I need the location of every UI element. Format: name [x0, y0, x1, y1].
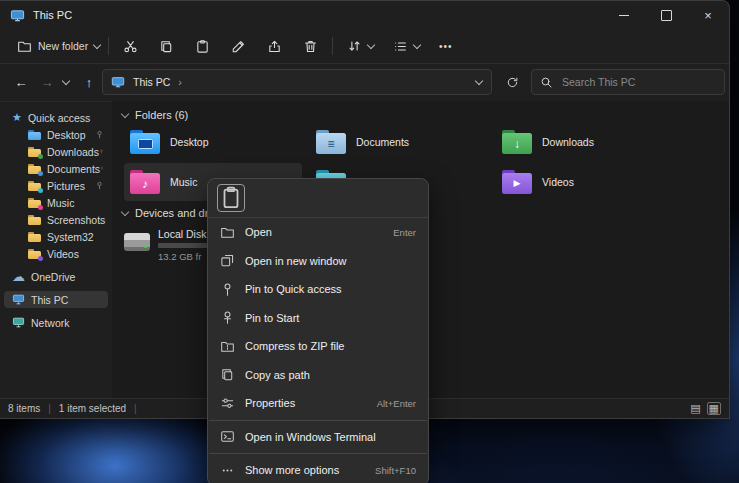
titlebar: This PC ×	[0, 1, 729, 29]
rename-button[interactable]	[224, 31, 253, 61]
cut-button[interactable]	[116, 31, 145, 61]
context-menu-item-open-windows-terminal[interactable]: Open in Windows Terminal	[208, 423, 428, 452]
delete-button[interactable]	[296, 31, 325, 61]
items-count: 8 items	[8, 403, 40, 414]
monitor-icon	[12, 294, 25, 305]
menu-separator	[209, 453, 427, 454]
pictures-accent	[38, 188, 43, 193]
sidebar-item-label: Videos	[47, 248, 79, 260]
navigation-pane: ★ Quick access Desktop Downloads Documen…	[0, 101, 112, 399]
sidebar-item-label: System32	[47, 231, 94, 243]
sidebar-item-label: Network	[31, 317, 70, 329]
menu-item-label: Open	[245, 226, 383, 238]
refresh-button[interactable]	[499, 69, 525, 95]
context-menu-item-open[interactable]: Open Enter	[208, 218, 428, 247]
new-folder-icon	[17, 39, 32, 54]
desktop-folder-icon	[130, 130, 160, 154]
context-menu-item-copy-as-path[interactable]: Copy as path	[208, 361, 428, 390]
maximize-button[interactable]	[645, 1, 687, 29]
trash-icon	[303, 39, 318, 54]
back-button[interactable]: ←	[8, 69, 34, 95]
sidebar-item-quick-access[interactable]: ★ Quick access	[4, 109, 108, 126]
sidebar-item-pictures[interactable]: Pictures	[4, 177, 108, 194]
folder-tile-desktop[interactable]: Desktop	[124, 123, 302, 161]
new-window-icon	[220, 253, 235, 268]
cloud-icon: ☁	[12, 270, 25, 283]
window-title: This PC	[33, 9, 72, 21]
search-icon	[540, 76, 553, 89]
documents-accent	[38, 171, 43, 176]
context-menu-item-show-more-options[interactable]: Show more options Shift+F10	[208, 456, 428, 483]
documents-folder-icon: ≡	[316, 130, 346, 154]
sidebar-item-this-pc[interactable]: This PC	[4, 291, 108, 308]
large-icons-view-button[interactable]: ▦	[707, 402, 721, 415]
copy-button[interactable]	[152, 31, 181, 61]
refresh-icon	[506, 76, 519, 89]
sidebar-item-music[interactable]: Music	[4, 194, 108, 211]
folder-icon	[28, 164, 41, 174]
context-menu-item-compress-zip[interactable]: Compress to ZIP file	[208, 332, 428, 361]
sidebar-item-network[interactable]: Network	[4, 314, 108, 331]
pin-icon	[220, 282, 235, 297]
context-menu-item-open-new-window[interactable]: Open in new window	[208, 247, 428, 276]
sidebar-item-system32[interactable]: System32	[4, 228, 108, 245]
folder-name: Music	[170, 176, 197, 188]
zip-folder-icon	[220, 339, 235, 354]
share-icon	[267, 39, 282, 54]
pin-icon	[95, 130, 104, 139]
folder-tile-downloads[interactable]: ↓ Downloads	[496, 123, 674, 161]
search-input[interactable]	[560, 75, 714, 89]
menu-item-label: Properties	[245, 397, 367, 409]
folder-icon	[28, 215, 41, 225]
close-button[interactable]: ×	[687, 1, 729, 29]
forward-button[interactable]: →	[34, 69, 60, 95]
sidebar-item-label: Pictures	[47, 180, 85, 192]
more-options-button[interactable]: •••	[432, 31, 460, 61]
share-button[interactable]	[260, 31, 289, 61]
clipboard-button[interactable]	[217, 184, 245, 212]
sidebar-item-desktop[interactable]: Desktop	[4, 126, 108, 143]
sidebar-item-documents[interactable]: Documents	[4, 160, 108, 177]
scissors-icon	[123, 39, 138, 54]
breadcrumb-this-pc[interactable]: This PC	[133, 76, 170, 88]
sidebar-item-label: Downloads	[47, 146, 99, 158]
folder-name: Documents	[356, 136, 409, 148]
selection-count: 1 item selected	[59, 403, 126, 414]
breadcrumb-chevron-icon: ›	[178, 76, 182, 88]
recent-locations-chevron[interactable]	[58, 69, 74, 95]
toolbar-separator	[332, 37, 333, 55]
context-menu-item-pin-quick-access[interactable]: Pin to Quick access	[208, 275, 428, 304]
sidebar-item-label: Screenshots	[47, 214, 105, 226]
sidebar-item-downloads[interactable]: Downloads	[4, 143, 108, 160]
minimize-button[interactable]	[603, 1, 645, 29]
address-bar[interactable]: This PC ›	[102, 69, 492, 95]
address-dropdown-chevron[interactable]	[475, 76, 483, 84]
context-menu-item-properties[interactable]: Properties Alt+Enter	[208, 389, 428, 418]
sidebar-item-videos[interactable]: Videos	[4, 245, 108, 262]
menu-item-label: Pin to Quick access	[245, 283, 406, 295]
sort-icon	[347, 39, 362, 54]
up-button[interactable]: ↑	[76, 69, 102, 95]
sidebar-item-onedrive[interactable]: ☁ OneDrive	[4, 268, 108, 285]
folders-section-header[interactable]: Folders (6)	[122, 109, 188, 121]
sidebar-item-label: OneDrive	[31, 271, 75, 283]
chevron-down-icon	[121, 109, 129, 117]
details-view-button[interactable]: ▤	[690, 403, 700, 414]
menu-shortcut: Alt+Enter	[377, 398, 416, 409]
pin-icon	[100, 164, 104, 173]
folder-name: Desktop	[170, 136, 209, 148]
sidebar-item-label: This PC	[31, 294, 68, 306]
view-list-icon	[393, 39, 408, 54]
sidebar-item-screenshots[interactable]: Screenshots	[4, 211, 108, 228]
new-folder-button[interactable]: New folder	[10, 31, 107, 61]
view-button[interactable]	[386, 31, 427, 61]
paste-icon	[195, 39, 210, 54]
folder-icon	[28, 130, 41, 140]
context-menu-item-pin-start[interactable]: Pin to Start	[208, 304, 428, 333]
more-options-icon	[220, 463, 235, 478]
sort-button[interactable]	[340, 31, 381, 61]
chevron-down-icon	[413, 40, 421, 48]
folder-tile-videos[interactable]: ▶ Videos	[496, 163, 674, 201]
paste-button[interactable]	[188, 31, 217, 61]
folder-tile-documents[interactable]: ≡ Documents	[310, 123, 488, 161]
